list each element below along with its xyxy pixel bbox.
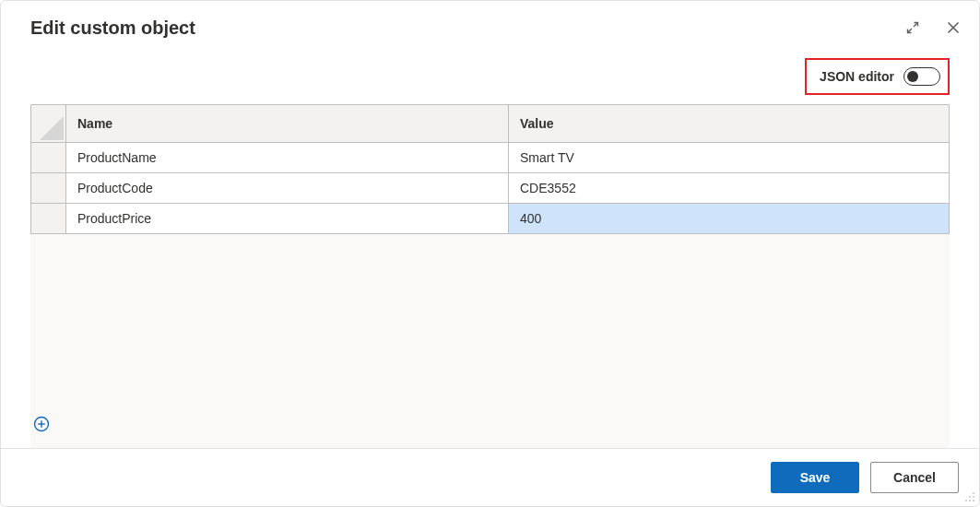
add-row-area bbox=[30, 409, 950, 439]
table-empty-area bbox=[30, 234, 950, 448]
table-header-row: Name Value bbox=[31, 105, 950, 143]
dialog-header: Edit custom object bbox=[1, 1, 979, 45]
plus-circle-icon bbox=[33, 416, 50, 432]
dialog-footer: Save Cancel bbox=[1, 448, 979, 506]
resize-grip-icon[interactable] bbox=[962, 489, 975, 502]
close-icon[interactable] bbox=[944, 18, 962, 37]
edit-custom-object-dialog: Edit custom object JSON editor bbox=[0, 0, 980, 507]
json-toggle-row: JSON editor bbox=[30, 58, 950, 95]
save-button[interactable]: Save bbox=[771, 462, 859, 493]
svg-point-3 bbox=[973, 496, 974, 498]
name-cell[interactable]: ProductCode bbox=[66, 173, 509, 204]
table-row[interactable]: ProductCode CDE3552 bbox=[31, 173, 950, 204]
name-cell[interactable]: ProductName bbox=[66, 143, 509, 173]
properties-table: Name Value ProductName Smart TV ProductC… bbox=[30, 104, 950, 234]
value-cell[interactable]: Smart TV bbox=[509, 143, 950, 173]
value-cell[interactable]: 400 bbox=[509, 204, 950, 234]
svg-point-2 bbox=[969, 496, 971, 498]
column-header-name[interactable]: Name bbox=[66, 105, 509, 143]
dialog-title: Edit custom object bbox=[30, 18, 195, 39]
row-handle[interactable] bbox=[31, 173, 66, 204]
table-row[interactable]: ProductName Smart TV bbox=[31, 143, 950, 173]
name-cell[interactable]: ProductPrice bbox=[66, 204, 509, 234]
svg-point-4 bbox=[965, 500, 967, 501]
cancel-button[interactable]: Cancel bbox=[870, 462, 959, 493]
expand-icon[interactable] bbox=[903, 18, 922, 37]
row-handle[interactable] bbox=[31, 204, 66, 234]
json-editor-toggle[interactable] bbox=[903, 67, 940, 86]
row-handle[interactable] bbox=[31, 143, 66, 173]
svg-point-6 bbox=[973, 500, 974, 501]
svg-point-5 bbox=[969, 500, 971, 501]
toggle-knob-icon bbox=[907, 71, 918, 82]
svg-point-1 bbox=[973, 492, 974, 494]
json-toggle-highlight: JSON editor bbox=[805, 58, 950, 95]
add-row-button[interactable] bbox=[30, 413, 53, 435]
select-all-corner[interactable] bbox=[31, 105, 66, 143]
column-header-value[interactable]: Value bbox=[509, 105, 950, 143]
properties-table-wrap: Name Value ProductName Smart TV ProductC… bbox=[30, 104, 950, 448]
table-body: ProductName Smart TV ProductCode CDE3552… bbox=[31, 143, 950, 234]
json-toggle-label: JSON editor bbox=[820, 69, 894, 84]
dialog-body: JSON editor Name Value bbox=[1, 45, 979, 448]
value-cell[interactable]: CDE3552 bbox=[509, 173, 950, 204]
table-row[interactable]: ProductPrice 400 bbox=[31, 204, 950, 234]
header-icon-group bbox=[903, 18, 962, 37]
